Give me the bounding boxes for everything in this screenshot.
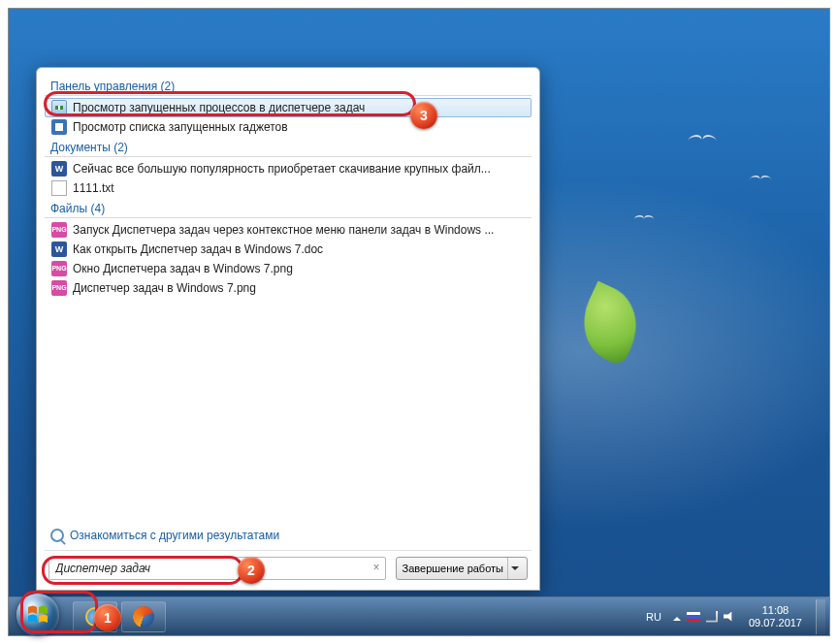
result-item-document[interactable]: W Сейчас все большую популярность приобр… — [45, 159, 532, 178]
result-item-gadgets-list[interactable]: Просмотр списка запущенных гаджетов — [45, 117, 532, 137]
see-more-results-link[interactable]: Ознакомиться с другими результатами — [45, 523, 532, 546]
action-center-icon[interactable] — [687, 612, 700, 622]
result-label: Просмотр запущенных процессов в диспетче… — [73, 101, 365, 114]
word-doc-icon: W — [51, 161, 67, 177]
show-desktop-button[interactable] — [816, 599, 825, 634]
word-doc-icon: W — [51, 242, 67, 257]
tray-clock[interactable]: 11:08 09.07.2017 — [743, 604, 808, 629]
result-item-file[interactable]: W Как открыть Диспетчер задач в Windows … — [45, 240, 532, 259]
search-icon — [50, 529, 64, 542]
result-label: Сейчас все большую популярность приобрет… — [73, 162, 491, 176]
more-results-label: Ознакомиться с другими результатами — [70, 529, 279, 542]
taskbar: RU 11:08 09.07.2017 — [9, 596, 829, 635]
chevron-down-icon — [511, 566, 519, 574]
shutdown-options-split[interactable] — [507, 558, 521, 579]
group-header-control-panel: Панель управления (2) — [45, 76, 532, 96]
group-header-files: Файлы (4) — [45, 198, 532, 218]
result-item-document[interactable]: 1111.txt — [45, 178, 532, 198]
png-file-icon: PNG — [51, 280, 67, 296]
tray-time: 11:08 — [749, 604, 802, 617]
result-item-file[interactable]: PNG Окно Диспетчера задач в Windows 7.pn… — [45, 259, 532, 278]
language-indicator[interactable]: RU — [642, 609, 665, 625]
group-header-documents: Документы (2) — [45, 137, 532, 157]
result-label: Как открыть Диспетчер задач в Windows 7.… — [73, 242, 323, 256]
network-icon[interactable] — [706, 611, 718, 623]
wallpaper-bird — [749, 176, 772, 191]
result-label: Окно Диспетчера задач в Windows 7.png — [73, 262, 293, 275]
result-label: Просмотр списка запущенных гаджетов — [73, 120, 288, 134]
result-label: Запуск Диспетчера задач через контекстно… — [73, 223, 494, 237]
start-button[interactable] — [16, 594, 59, 636]
system-tray: RU 11:08 09.07.2017 — [642, 599, 829, 634]
start-search-input[interactable] — [48, 557, 386, 580]
wallpaper-leaf — [569, 281, 651, 368]
internet-explorer-icon — [85, 607, 105, 627]
volume-icon[interactable] — [724, 612, 735, 622]
search-results-area: Панель управления (2) Просмотр запущенны… — [45, 76, 532, 523]
txt-file-icon — [51, 180, 67, 196]
windows-logo-icon — [25, 602, 50, 628]
result-item-file[interactable]: PNG Диспетчер задач в Windows 7.png — [45, 278, 532, 298]
result-label: Диспетчер задач в Windows 7.png — [73, 281, 256, 295]
tray-date: 09.07.2017 — [749, 617, 802, 629]
result-item-file[interactable]: PNG Запуск Диспетчера задач через контек… — [45, 220, 532, 240]
png-file-icon: PNG — [51, 222, 67, 238]
wallpaper-bird — [634, 215, 655, 229]
result-label: 1111.txt — [73, 181, 114, 195]
gadget-icon — [51, 119, 67, 135]
shutdown-label: Завершение работы — [403, 563, 503, 574]
tray-icons — [673, 611, 735, 623]
clear-search-icon[interactable]: × — [373, 561, 380, 574]
result-item-taskmgr-processes[interactable]: Просмотр запущенных процессов в диспетче… — [45, 98, 532, 117]
firefox-icon — [133, 606, 154, 628]
wallpaper-bird — [688, 135, 717, 154]
tutorial-frame: Панель управления (2) Просмотр запущенны… — [8, 8, 830, 636]
taskbar-item-firefox[interactable] — [121, 601, 166, 632]
taskbar-item-internet-explorer[interactable] — [73, 601, 117, 632]
start-menu-search-panel: Панель управления (2) Просмотр запущенны… — [36, 67, 540, 591]
search-field-wrapper: × — [48, 557, 386, 580]
desktop-wallpaper: Панель управления (2) Просмотр запущенны… — [9, 9, 829, 635]
shutdown-button[interactable]: Завершение работы — [396, 557, 528, 580]
png-file-icon: PNG — [51, 261, 67, 276]
taskmgr-icon — [51, 100, 67, 115]
start-menu-bottom-row: × Завершение работы — [45, 550, 532, 580]
taskbar-pinned-items — [73, 601, 166, 632]
show-hidden-icons[interactable] — [673, 613, 681, 621]
